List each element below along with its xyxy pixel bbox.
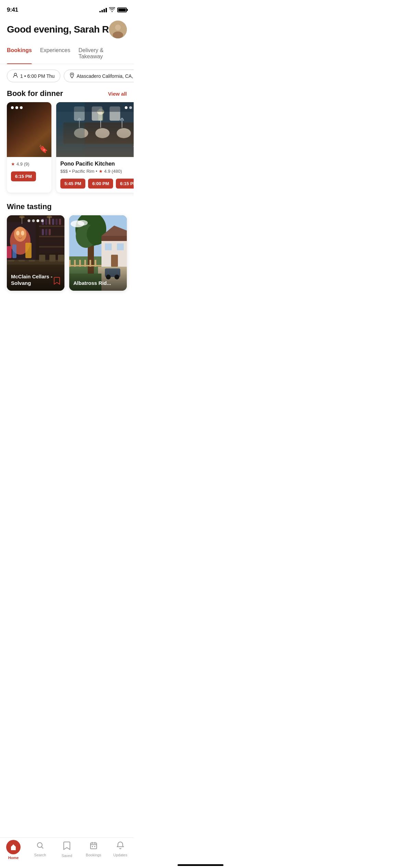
card-dots-pono — [125, 106, 134, 109]
svg-rect-74 — [74, 260, 76, 267]
svg-rect-66 — [111, 255, 118, 267]
battery-icon — [117, 8, 127, 12]
timeslot-pono-3[interactable]: 6:15 PM — [116, 179, 134, 189]
svg-rect-77 — [89, 260, 91, 267]
header: Good evening, Sarah R — [0, 17, 134, 44]
svg-rect-78 — [95, 260, 96, 267]
guest-icon — [13, 73, 18, 79]
avatar[interactable] — [109, 21, 127, 38]
svg-rect-65 — [117, 243, 124, 250]
bookmark-icon-1[interactable]: 🔖 — [39, 145, 48, 154]
timeslot-pono-2[interactable]: 6:00 PM — [88, 179, 113, 189]
timeslot-1-1[interactable]: 6:15 PM — [11, 171, 36, 181]
tab-delivery[interactable]: Delivery & Takeaway — [78, 44, 127, 64]
svg-rect-8 — [63, 122, 134, 144]
svg-point-3 — [115, 24, 121, 31]
location-icon — [70, 73, 74, 79]
card-meta-pono: $$$ • Pacific Rim • ★ 4.9 (480) — [60, 169, 134, 174]
wine-bookmark-mcclain[interactable] — [53, 277, 60, 287]
wine-dots-mcclain — [28, 219, 44, 222]
filter-bar: 1 • 6:00 PM Thu Atascadero California, C… — [0, 64, 134, 88]
wine-card-name-albatross: Albatross Rid... — [69, 266, 127, 291]
svg-rect-73 — [69, 260, 71, 267]
restaurant-card-pono[interactable]: 🔖 Pono Pacific Kitchen $$$ • Pacific Rim… — [56, 102, 134, 193]
book-dinner-header: Book for dinner View all — [0, 88, 134, 102]
wine-cards-container: McClain Cellars - Solvang — [0, 215, 134, 298]
svg-rect-64 — [105, 243, 112, 250]
wine-card-mcclain[interactable]: McClain Cellars - Solvang — [7, 215, 64, 291]
main-tabs: Bookings Experiences Delivery & Takeaway — [0, 44, 134, 64]
card-name-pono: Pono Pacific Kitchen — [60, 160, 134, 168]
wine-tasting-header: Wine tasting — [0, 201, 134, 215]
location-filter-label: Atascadero California, CA, United St... — [76, 73, 134, 79]
svg-point-11 — [117, 128, 131, 138]
card-image-1: 🔖 — [7, 102, 51, 157]
tab-experiences[interactable]: Experiences — [40, 44, 70, 64]
greeting-text: Good evening, Sarah R — [7, 24, 109, 35]
status-bar: 9:41 — [0, 0, 134, 17]
wine-tasting-title: Wine tasting — [7, 202, 52, 211]
signal-icon — [99, 8, 107, 12]
svg-point-80 — [77, 220, 88, 226]
svg-rect-62 — [101, 236, 127, 241]
timeslot-pono-1[interactable]: 5:45 PM — [60, 179, 85, 189]
svg-point-10 — [95, 128, 110, 138]
svg-rect-19 — [56, 102, 85, 157]
wine-card-albatross[interactable]: Albatross Rid... — [69, 215, 127, 291]
guest-filter-label: 1 • 6:00 PM Thu — [20, 73, 54, 79]
card-dots-1 — [11, 106, 23, 109]
status-icons — [99, 7, 127, 13]
restaurant-card-1[interactable]: 🔖 ★ 4.9 (9) 6:15 PM — [7, 102, 51, 193]
tab-bookings[interactable]: Bookings — [7, 44, 32, 64]
svg-point-6 — [72, 74, 73, 75]
bookmark-icon-pono[interactable]: 🔖 — [132, 145, 134, 154]
guest-filter-pill[interactable]: 1 • 6:00 PM Thu — [7, 70, 60, 82]
card-image-pono: 🔖 — [56, 102, 134, 157]
card-rating-1: ★ 4.9 (9) — [11, 161, 29, 167]
location-filter-pill[interactable]: Atascadero California, CA, United St... — [64, 70, 134, 82]
view-all-dinner[interactable]: View all — [108, 91, 127, 97]
dinner-cards-scroll: 🔖 ★ 4.9 (9) 6:15 PM — [0, 102, 134, 198]
svg-point-9 — [74, 128, 88, 138]
svg-point-4 — [113, 32, 123, 38]
book-dinner-title: Book for dinner — [7, 89, 63, 98]
svg-rect-75 — [79, 260, 81, 267]
wine-tasting-section: Wine tasting — [0, 198, 134, 298]
svg-rect-76 — [84, 260, 86, 267]
wifi-icon — [109, 7, 115, 13]
status-time: 9:41 — [7, 7, 18, 13]
